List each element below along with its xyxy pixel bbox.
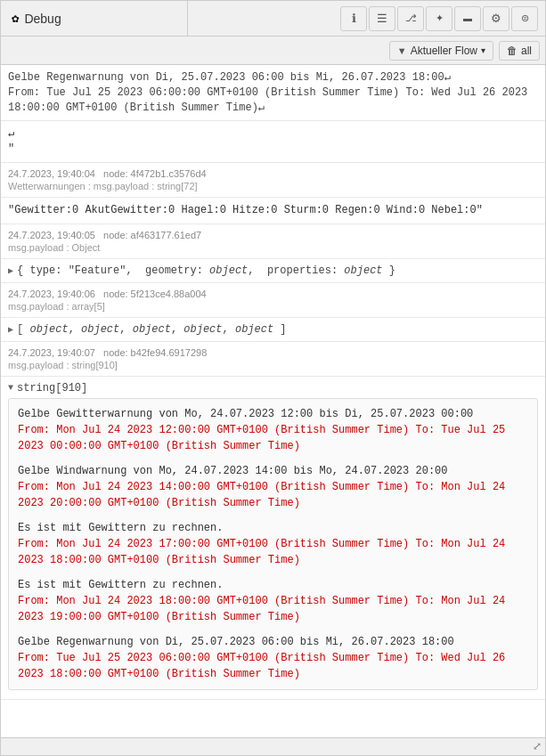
aktueller-flow-button[interactable]: ▼ Aktueller Flow ▾ xyxy=(389,41,493,61)
string-entry-1-text: Gelbe Gewitterwarnung von Mo, 24.07.2023… xyxy=(18,406,528,422)
payload-label-4: msg.payload : string[910] xyxy=(8,360,538,370)
log-entry-quote: ↵ " xyxy=(1,121,545,163)
log-entry-object-1: ▶ { type: "Feature", geometry: object, p… xyxy=(1,259,545,283)
status-bar: ⤢ xyxy=(1,737,545,755)
red-line-2: From: Tue Jul 25 2023 06:00:00 GMT+0100 … xyxy=(8,85,538,116)
log-entry-meta-2: 24.7.2023, 19:40:05 node: af463177.61ed7… xyxy=(1,224,545,259)
string-entry-4-text: Es ist mit Gewittern zu rechnen. xyxy=(18,577,528,593)
string-block-label: string[910] xyxy=(17,382,87,394)
dropdown-arrow-icon: ▾ xyxy=(481,45,485,55)
gear-button[interactable]: ⚙ xyxy=(483,6,509,31)
log-entry-string-block: ▼ string[910] Gelbe Gewitterwarnung von … xyxy=(1,377,545,700)
log-entry-meta-3: 24.7.2023, 19:40:06 node: 5f213ce4.88a00… xyxy=(1,283,545,318)
delete-all-button[interactable]: 🗑 all xyxy=(499,41,540,61)
string-entry-5-from: From: Tue Jul 25 2023 06:00:00 GMT+0100 … xyxy=(18,650,528,682)
titlebar: ✿ Debug ℹ ☰ ⎇ ✦ ▬ ⚙ ⊜ xyxy=(1,1,545,37)
payload-label-2: msg.payload : Object xyxy=(8,242,538,253)
string-entry-2-text: Gelbe Windwarnung von Mo, 24.07.2023 14:… xyxy=(18,463,528,479)
string-entry-5-text: Gelbe Regenwarnung von Di, 25.07.2023 06… xyxy=(18,634,528,650)
titlebar-left: ✿ Debug xyxy=(1,1,188,36)
expand-arrow-icon: ▶ xyxy=(8,265,13,276)
red-line-1: Gelbe Regenwarnung von Di, 25.07.2023 06… xyxy=(8,70,538,85)
content-area: Gelbe Regenwarnung von Di, 25.07.2023 06… xyxy=(1,65,545,737)
flow-button-label: Aktueller Flow xyxy=(411,45,477,57)
array-expand-label: [ object, object, object, object, object… xyxy=(17,323,287,336)
log-scroll-area[interactable]: Gelbe Regenwarnung von Di, 25.07.2023 06… xyxy=(1,65,545,737)
window-title: Debug xyxy=(24,12,61,26)
delete-button-label: all xyxy=(521,45,532,57)
resize-icon[interactable]: ⤢ xyxy=(533,740,542,753)
string-block-content: Gelbe Gewitterwarnung von Mo, 24.07.2023… xyxy=(8,398,538,690)
list-button[interactable]: ☰ xyxy=(369,6,395,31)
log-entry-array-1: ▶ [ object, object, object, object, obje… xyxy=(1,318,545,342)
log-entry-meta-4: 24.7.2023, 19:40:07 node: b42fe94.691729… xyxy=(1,342,545,377)
string-entry-4: Es ist mit Gewittern zu rechnen. From: M… xyxy=(18,577,528,625)
expand-object-row[interactable]: ▶ { type: "Feature", geometry: object, p… xyxy=(8,264,538,277)
debug-icon: ✿ xyxy=(12,11,19,26)
string-entry-3: Es ist mit Gewittern zu rechnen. From: M… xyxy=(18,520,528,568)
payload-label-1: Wetterwarnungen : msg.payload : string[7… xyxy=(8,181,538,191)
string-entry-1: Gelbe Gewitterwarnung von Mo, 24.07.2023… xyxy=(18,406,528,454)
trash-icon: 🗑 xyxy=(507,45,517,57)
expand-array-arrow-icon: ▶ xyxy=(8,324,13,335)
funnel-icon: ▼ xyxy=(397,45,407,56)
quote-line-1: ↵ xyxy=(8,126,538,142)
timestamp-1: 24.7.2023, 19:40:04 node: 4f472b1.c3576d… xyxy=(8,168,538,179)
string-block-arrow-icon: ▼ xyxy=(8,383,13,393)
payload-label-3: msg.payload : array[5] xyxy=(8,301,538,312)
filter-button[interactable]: ⎇ xyxy=(397,6,424,31)
string-entry-1-from: From: Mon Jul 24 2023 12:00:00 GMT+0100 … xyxy=(18,422,528,454)
db-button[interactable]: ⊜ xyxy=(511,6,538,31)
pin-button[interactable]: ✦ xyxy=(426,6,452,31)
expand-array-row[interactable]: ▶ [ object, object, object, object, obje… xyxy=(8,323,538,336)
object-expand-label: { type: "Feature", geometry: object, pro… xyxy=(17,264,395,277)
log-entry-string-1: "Gewitter:0 AkutGewitter:0 Hagel:0 Hitze… xyxy=(1,198,545,224)
string-entry-2-from: From: Mon Jul 24 2023 14:00:00 GMT+0100 … xyxy=(18,479,528,511)
string-entry-5: Gelbe Regenwarnung von Di, 25.07.2023 06… xyxy=(18,634,528,682)
string-entry-2: Gelbe Windwarnung von Mo, 24.07.2023 14:… xyxy=(18,463,528,511)
timestamp-4: 24.7.2023, 19:40:07 node: b42fe94.691729… xyxy=(8,347,538,358)
titlebar-buttons: ℹ ☰ ⎇ ✦ ▬ ⚙ ⊜ xyxy=(188,6,545,31)
string-entry-3-text: Es ist mit Gewittern zu rechnen. xyxy=(18,520,528,536)
log-entry-meta-1: 24.7.2023, 19:40:04 node: 4f472b1.c3576d… xyxy=(1,163,545,198)
string-value-1: "Gewitter:0 AkutGewitter:0 Hagel:0 Hitze… xyxy=(8,203,538,218)
timestamp-2: 24.7.2023, 19:40:05 node: af463177.61ed7 xyxy=(8,230,538,240)
string-entry-4-from: From: Mon Jul 24 2023 18:00:00 GMT+0100 … xyxy=(18,593,528,625)
chart-button[interactable]: ▬ xyxy=(454,6,481,31)
string-block-header[interactable]: ▼ string[910] xyxy=(8,382,538,394)
timestamp-3: 24.7.2023, 19:40:06 node: 5f213ce4.88a00… xyxy=(8,289,538,299)
string-entry-3-from: From: Mon Jul 24 2023 17:00:00 GMT+0100 … xyxy=(18,536,528,568)
log-entry-red-1: Gelbe Regenwarnung von Di, 25.07.2023 06… xyxy=(1,65,545,121)
toolbar: ▼ Aktueller Flow ▾ 🗑 all xyxy=(1,37,545,65)
debug-window: ✿ Debug ℹ ☰ ⎇ ✦ ▬ ⚙ ⊜ ▼ Aktueller Flow ▾… xyxy=(0,0,546,756)
info-button[interactable]: ℹ xyxy=(340,6,367,31)
quote-line-2: " xyxy=(8,142,538,157)
